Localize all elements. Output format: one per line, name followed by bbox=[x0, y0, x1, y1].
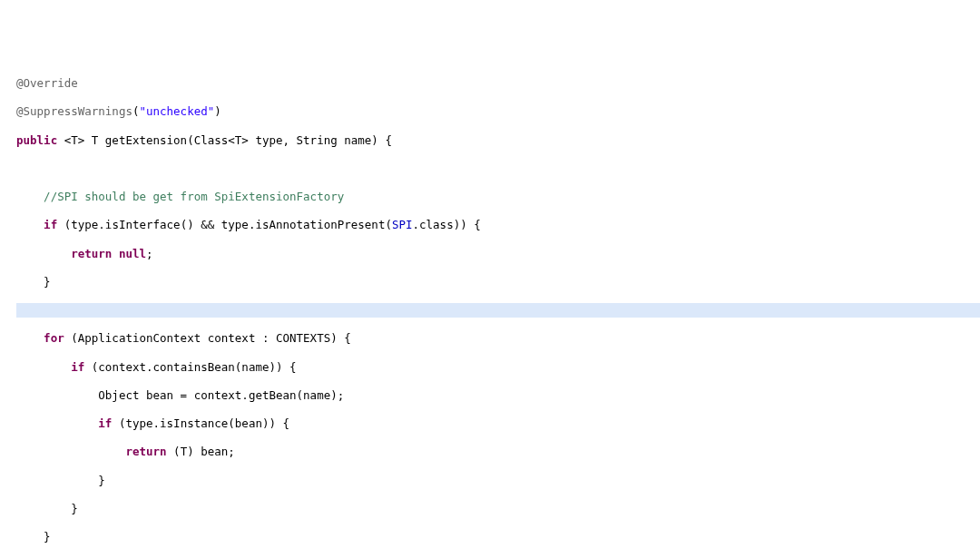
code-line: public <T> T getExtension(Class<T> type,… bbox=[16, 133, 980, 148]
string-literal: "unchecked" bbox=[139, 104, 214, 118]
code-block: @Override @SuppressWarnings("unchecked")… bbox=[16, 63, 980, 559]
code-line: } bbox=[16, 530, 980, 544]
code-line: for (ApplicationContext context : CONTEX… bbox=[16, 331, 980, 346]
keyword: return bbox=[125, 445, 166, 458]
code-line: @Override bbox=[16, 76, 980, 91]
keyword: if bbox=[71, 360, 84, 374]
brace: } bbox=[44, 530, 51, 543]
brace: } bbox=[98, 474, 105, 487]
keyword: for bbox=[44, 331, 64, 345]
cond-end: )) { bbox=[454, 218, 481, 231]
blank-line bbox=[16, 162, 980, 176]
code-line: if (type.isInterface() && type.isAnnotat… bbox=[16, 218, 980, 232]
code-line: if (context.containsBean(name)) { bbox=[16, 360, 980, 375]
keyword: if bbox=[98, 416, 112, 430]
for-head: (ApplicationContext context : CONTEXTS) … bbox=[64, 331, 351, 345]
return-expr: (T) bean; bbox=[167, 445, 235, 458]
annotation-override: @Override bbox=[16, 76, 78, 90]
brace: } bbox=[71, 502, 78, 515]
condition: (context.containsBean(name)) { bbox=[84, 360, 296, 374]
method-signature: <T> T getExtension(Class<T> type, String… bbox=[64, 133, 392, 147]
code-line: @SuppressWarnings("unchecked") bbox=[16, 104, 980, 119]
keyword: return bbox=[71, 247, 112, 260]
comment: //SPI should be get from SpiExtensionFac… bbox=[44, 190, 344, 203]
keyword: if bbox=[44, 218, 57, 231]
statement: Object bean = context.getBean(name); bbox=[98, 388, 344, 402]
condition: (type.isInterface() && type.isAnnotation… bbox=[57, 218, 392, 231]
code-line: } bbox=[16, 275, 980, 289]
annotation-suppress: @SuppressWarnings bbox=[16, 104, 132, 118]
spi-class: SPI bbox=[392, 218, 413, 231]
code-line: return (T) bean; bbox=[16, 445, 980, 459]
brace: } bbox=[44, 275, 51, 289]
code-line: if (type.isInstance(bean)) { bbox=[16, 416, 980, 431]
highlighted-line bbox=[16, 303, 980, 318]
dot-class: .class bbox=[413, 218, 454, 231]
keyword: null bbox=[119, 247, 146, 260]
code-line: } bbox=[16, 502, 980, 516]
code-line: //SPI should be get from SpiExtensionFac… bbox=[16, 190, 980, 204]
code-line: Object bean = context.getBean(name); bbox=[16, 388, 980, 403]
semicolon: ; bbox=[146, 247, 153, 260]
code-line: } bbox=[16, 474, 980, 488]
code-line: return null; bbox=[16, 247, 980, 261]
keyword: public bbox=[16, 133, 57, 147]
condition: (type.isInstance(bean)) { bbox=[112, 416, 289, 430]
